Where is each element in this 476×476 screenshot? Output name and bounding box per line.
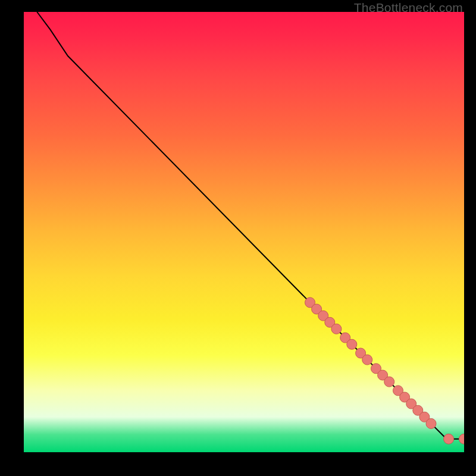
chart-marker xyxy=(444,434,454,444)
chart-marker xyxy=(426,418,436,428)
chart-gradient-background xyxy=(24,12,464,452)
chart-marker-group xyxy=(305,298,464,444)
chart-marker xyxy=(362,355,372,365)
chart-marker xyxy=(384,377,394,387)
chart-marker xyxy=(331,324,342,334)
chart-svg xyxy=(24,12,464,452)
chart-marker xyxy=(459,434,464,444)
watermark-text: TheBottleneck.com xyxy=(354,1,463,15)
chart-curve xyxy=(37,12,464,439)
chart-marker xyxy=(347,339,357,349)
